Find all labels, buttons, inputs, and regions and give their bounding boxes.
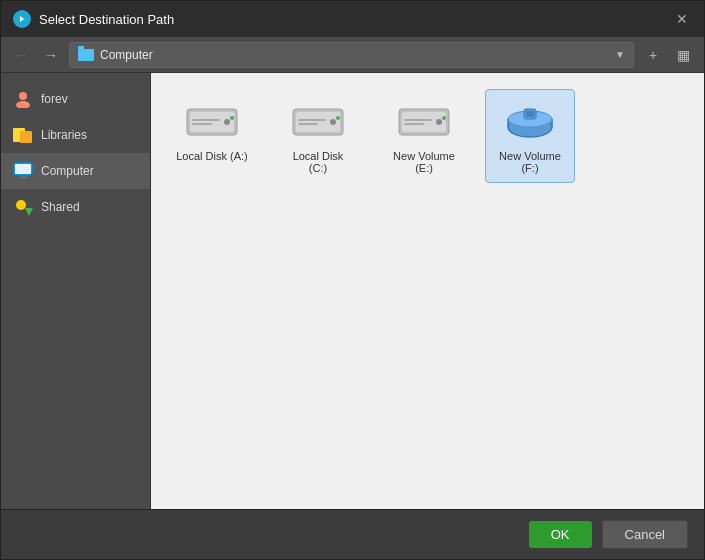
drive-item-e[interactable]: New Volume (E:) (379, 89, 469, 183)
svg-point-1 (19, 92, 27, 100)
toolbar-actions: + ▦ (640, 42, 696, 68)
shared-icon (13, 197, 33, 217)
svg-rect-22 (298, 119, 326, 121)
drive-a-icon-wrap (180, 98, 244, 146)
close-button[interactable]: ✕ (672, 9, 692, 29)
drives-grid: Local Disk (A:) (167, 89, 688, 183)
drive-a-label: Local Disk (A:) (176, 150, 248, 162)
svg-rect-4 (20, 131, 32, 143)
sidebar-item-forev[interactable]: forev (1, 81, 150, 117)
ok-button[interactable]: OK (529, 521, 592, 548)
drive-c-label: Local Disk (C:) (282, 150, 354, 174)
back-button[interactable]: ← (9, 43, 33, 67)
svg-marker-10 (25, 208, 33, 216)
app-icon (13, 10, 31, 28)
sidebar-libraries-label: Libraries (41, 128, 87, 142)
sidebar-shared-label: Shared (41, 200, 80, 214)
drive-item-f[interactable]: New Volume (F:) (485, 89, 575, 183)
dialog-title: Select Destination Path (39, 12, 664, 27)
forward-button[interactable]: → (39, 43, 63, 67)
address-label: Computer (100, 48, 609, 62)
drive-e-icon-wrap (392, 98, 456, 146)
dialog: Select Destination Path ✕ ← → Computer ▼… (0, 0, 705, 560)
computer-icon (13, 161, 33, 181)
address-dropdown-arrow: ▼ (615, 49, 625, 60)
hdd-e-icon (394, 101, 454, 143)
drive-f-icon-wrap (498, 98, 562, 146)
sidebar-computer-label: Computer (41, 164, 94, 178)
drive-e-label: New Volume (E:) (388, 150, 460, 174)
svg-point-21 (330, 119, 336, 125)
libraries-icon (13, 125, 33, 145)
drive-item-a[interactable]: Local Disk (A:) (167, 89, 257, 183)
svg-rect-7 (19, 176, 27, 179)
svg-point-31 (442, 116, 446, 120)
svg-point-28 (436, 119, 442, 125)
svg-rect-39 (526, 111, 534, 117)
sidebar-item-libraries[interactable]: Libraries (1, 117, 150, 153)
svg-rect-8 (17, 179, 29, 180)
svg-rect-23 (298, 123, 318, 125)
address-bar[interactable]: Computer ▼ (69, 42, 634, 68)
footer: OK Cancel (1, 509, 704, 559)
drive-item-c[interactable]: Local Disk (C:) (273, 89, 363, 183)
svg-point-9 (16, 200, 26, 210)
svg-rect-16 (192, 123, 212, 125)
sidebar-forev-label: forev (41, 92, 68, 106)
svg-point-17 (230, 116, 234, 120)
svg-point-24 (336, 116, 340, 120)
title-bar: Select Destination Path ✕ (1, 1, 704, 37)
user-icon (13, 89, 33, 109)
toolbar: ← → Computer ▼ + ▦ (1, 37, 704, 73)
drive-c-icon-wrap (286, 98, 350, 146)
main-content: Local Disk (A:) (151, 73, 704, 509)
sidebar: forev Libraries (1, 73, 151, 509)
usb-f-icon (500, 101, 560, 143)
svg-point-2 (16, 101, 30, 108)
content-area: forev Libraries (1, 73, 704, 509)
hdd-a-icon (182, 101, 242, 143)
view-toggle-button[interactable]: ▦ (670, 42, 696, 68)
hdd-c-icon (288, 101, 348, 143)
svg-rect-30 (404, 123, 424, 125)
sidebar-item-shared[interactable]: Shared (1, 189, 150, 225)
computer-address-icon (78, 49, 94, 61)
svg-rect-15 (192, 119, 220, 121)
cancel-button[interactable]: Cancel (602, 520, 688, 549)
sidebar-item-computer[interactable]: Computer (1, 153, 150, 189)
drive-f-label: New Volume (F:) (494, 150, 566, 174)
svg-rect-29 (404, 119, 432, 121)
svg-rect-6 (15, 164, 31, 174)
new-folder-button[interactable]: + (640, 42, 666, 68)
svg-point-14 (224, 119, 230, 125)
